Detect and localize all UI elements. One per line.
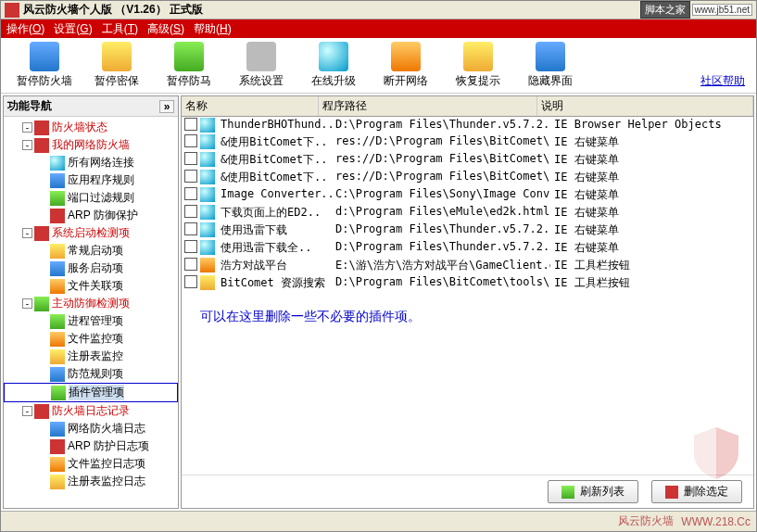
row-checkbox[interactable] — [184, 187, 197, 200]
tree-item-5[interactable]: ARP 防御保护 — [4, 207, 178, 224]
col-name[interactable]: 名称 — [182, 96, 319, 116]
menu-T[interactable]: 工具(T) — [102, 21, 138, 37]
row-checkbox[interactable] — [184, 222, 197, 235]
menu-H[interactable]: 帮助(H) — [194, 21, 232, 37]
tree-item-4[interactable]: 端口过滤规则 — [4, 189, 178, 207]
tree-item-13[interactable]: 注册表监控 — [4, 348, 178, 365]
table-row[interactable]: Image Converter..C:\Program Files\Sony\I… — [182, 186, 753, 204]
cell-desc: IE Browser Helper Objects — [550, 118, 725, 133]
toolbar-label-1: 暂停密保 — [95, 73, 139, 89]
expand-icon[interactable]: - — [22, 122, 32, 133]
tree-label: 系统启动检测项 — [52, 225, 130, 241]
tree-icon — [50, 314, 65, 329]
tree-item-9[interactable]: 文件关联项 — [4, 277, 178, 295]
table-row[interactable]: 使用迅雷下载D:\Program Files\Thunder.v5.7.2.36… — [182, 222, 753, 239]
tree-item-19[interactable]: 文件监控日志项 — [4, 455, 178, 473]
sidebar-collapse-icon[interactable]: » — [159, 100, 174, 113]
table-row[interactable]: 下载页面上的ED2..d:\Program Files\eMule\ed2k.h… — [182, 204, 753, 222]
toolbar-btn-7[interactable]: 隐藏界面 — [514, 42, 587, 89]
menu-S[interactable]: 高级(S) — [147, 21, 184, 37]
tree-item-15[interactable]: 插件管理项 — [4, 383, 178, 402]
cell-desc: IE 右键菜单 — [550, 170, 623, 185]
community-help-link[interactable]: 社区帮助 — [700, 73, 745, 89]
menu-O[interactable]: 操作(O) — [6, 21, 44, 37]
row-checkbox[interactable] — [184, 275, 197, 288]
cell-desc: IE 右键菜单 — [550, 222, 623, 238]
tree-item-10[interactable]: -主动防御检测项 — [4, 295, 178, 312]
statusbar: 风云防火墙 WWW.218.Cc — [1, 511, 756, 531]
tree-item-20[interactable]: 注册表监控日志 — [4, 473, 178, 490]
toolbar-btn-6[interactable]: 恢复提示 — [442, 42, 514, 89]
row-checkbox[interactable] — [184, 170, 197, 183]
tree-item-12[interactable]: 文件监控项 — [4, 330, 178, 348]
tree-item-1[interactable]: -我的网络防火墙 — [4, 136, 178, 154]
table-row[interactable]: &使用BitComet下..res://D:\Program Files\Bit… — [182, 133, 753, 151]
row-checkbox[interactable] — [184, 240, 197, 253]
menu-G[interactable]: 设置(G) — [54, 21, 92, 37]
toolbar-btn-3[interactable]: 系统设置 — [225, 42, 297, 89]
cell-name: &使用BitComet下.. — [217, 134, 332, 150]
toolbar-btn-0[interactable]: 暂停防火墙 — [8, 42, 81, 89]
toolbar-btn-2[interactable]: 暂停防马 — [153, 42, 225, 89]
tree-item-17[interactable]: 网络防火墙日志 — [4, 420, 178, 437]
table-row[interactable]: ThunderBHOThund..D:\Program Files\Thunde… — [182, 117, 753, 133]
sidebar-title: 功能导航 — [7, 98, 52, 114]
cell-path: E:\游\浩方\浩方对战平台\GameClient.exe — [332, 258, 550, 273]
window-title: 风云防火墙个人版 （V1.26） 正式版 — [23, 2, 640, 18]
cell-name: &使用BitComet下.. — [217, 170, 332, 185]
row-checkbox[interactable] — [184, 258, 197, 271]
table-row[interactable]: 浩方对战平台E:\游\浩方\浩方对战平台\GameClient.exeIE 工具… — [182, 257, 753, 274]
tree-item-16[interactable]: -防火墙日志记录 — [4, 402, 178, 420]
ext-badge: 脚本之家 — [640, 1, 690, 19]
tree-item-8[interactable]: 服务启动项 — [4, 260, 178, 277]
tree-item-7[interactable]: 常规启动项 — [4, 242, 178, 260]
row-icon — [200, 205, 215, 220]
toolbar-label-4: 在线升级 — [311, 73, 356, 89]
tree-label: 文件监控项 — [68, 331, 123, 347]
delete-button[interactable]: 删除选定 — [651, 480, 742, 503]
tree-item-3[interactable]: 应用程序规则 — [4, 171, 178, 189]
tree-icon — [50, 191, 65, 206]
cell-desc: IE 工具栏按钮 — [550, 258, 634, 273]
tree-item-14[interactable]: 防范规则项 — [4, 365, 178, 383]
toolbar-icon-0 — [30, 42, 59, 71]
tree-label: 文件监控日志项 — [68, 456, 145, 472]
tree-item-18[interactable]: ARP 防护日志项 — [4, 437, 178, 455]
tree-icon — [50, 279, 65, 294]
tree-item-6[interactable]: -系统启动检测项 — [4, 224, 178, 242]
app-icon — [5, 3, 19, 18]
expand-icon[interactable]: - — [22, 228, 32, 238]
delete-icon — [665, 486, 678, 499]
tree-label: ARP 防护日志项 — [68, 438, 149, 454]
tree-item-0[interactable]: -防火墙状态 — [4, 119, 178, 136]
col-desc[interactable]: 说明 — [537, 96, 753, 116]
table-row[interactable]: &使用BitComet下..res://D:\Program Files\Bit… — [182, 169, 753, 186]
tree-label: 防范规则项 — [68, 366, 123, 382]
expand-icon[interactable]: - — [22, 140, 32, 150]
tree-item-2[interactable]: 所有网络连接 — [4, 154, 178, 171]
toolbar-btn-4[interactable]: 在线升级 — [297, 42, 370, 89]
row-checkbox[interactable] — [184, 134, 197, 147]
table-row[interactable]: BitComet 资源搜索D:\Program Files\BitComet\t… — [182, 274, 753, 292]
body: 功能导航 » -防火墙状态-我的网络防火墙所有网络连接应用程序规则端口过滤规则A… — [1, 94, 756, 511]
toolbar-label-0: 暂停防火墙 — [17, 73, 72, 89]
cell-path: D:\Program Files\BitComet\tools\Bit.. — [332, 275, 550, 291]
row-checkbox[interactable] — [184, 152, 197, 165]
table-row[interactable]: 使用迅雷下载全..D:\Program Files\Thunder.v5.7.2… — [182, 239, 753, 257]
row-icon — [200, 222, 215, 237]
col-path[interactable]: 程序路径 — [319, 96, 537, 116]
tree-label: 防火墙状态 — [52, 120, 107, 135]
expand-icon[interactable]: - — [22, 298, 32, 309]
cell-name: Image Converter.. — [217, 187, 332, 203]
expand-icon[interactable]: - — [22, 406, 32, 416]
toolbar-btn-1[interactable]: 暂停密保 — [81, 42, 153, 89]
tree-label: 常规启动项 — [68, 243, 123, 259]
tree-item-11[interactable]: 进程管理项 — [4, 312, 178, 330]
row-checkbox[interactable] — [184, 118, 197, 131]
row-checkbox[interactable] — [184, 205, 197, 218]
refresh-button[interactable]: 刷新列表 — [548, 480, 638, 503]
table-row[interactable]: &使用BitComet下..res://D:\Program Files\Bit… — [182, 151, 753, 169]
tree-icon — [34, 120, 49, 135]
toolbar-btn-5[interactable]: 断开网络 — [370, 42, 442, 89]
ext-link[interactable]: www.jb51.net — [692, 4, 752, 16]
